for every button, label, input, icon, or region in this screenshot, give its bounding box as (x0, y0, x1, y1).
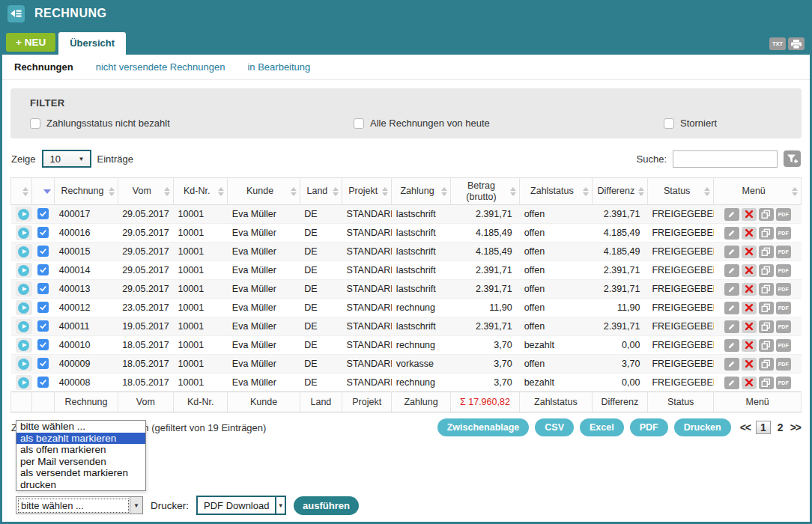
column-header[interactable]: Zahlung (392, 178, 450, 205)
expand-row-button[interactable] (16, 225, 32, 240)
edit-button[interactable] (724, 377, 739, 389)
back-to-list-button[interactable] (7, 5, 25, 22)
row-checkbox[interactable] (37, 264, 49, 275)
page-size-select[interactable]: 10 ▼ (42, 150, 91, 168)
expand-row-button[interactable] (16, 338, 32, 353)
print-icon[interactable] (788, 37, 805, 50)
filter-checkbox[interactable] (354, 118, 364, 129)
export-button[interactable]: CSV (535, 418, 574, 436)
copy-button[interactable] (759, 264, 774, 277)
search-input[interactable] (673, 150, 778, 168)
pagination-next-button[interactable]: >> (790, 421, 801, 433)
pagination-prev-button[interactable]: << (740, 421, 751, 433)
nav-tab[interactable]: Rechnungen (14, 61, 73, 73)
copy-button[interactable] (759, 358, 774, 371)
copy-button[interactable] (759, 283, 774, 296)
pdf-button[interactable]: PDF (776, 246, 791, 258)
pdf-button[interactable]: PDF (776, 227, 791, 240)
column-header[interactable]: Land (300, 178, 342, 205)
txt-export-icon[interactable]: TXT (769, 37, 786, 50)
column-header[interactable]: Status (647, 178, 713, 205)
dropdown-option[interactable]: als offen markieren (16, 444, 145, 456)
pdf-button[interactable]: PDF (776, 302, 791, 314)
pagination-page-button[interactable]: 2 (776, 421, 785, 433)
new-button[interactable]: + NEU (6, 33, 55, 52)
delete-button[interactable] (742, 246, 757, 258)
pdf-button[interactable]: PDF (776, 377, 791, 389)
delete-button[interactable] (742, 358, 757, 371)
pdf-button[interactable]: PDF (776, 208, 791, 221)
edit-button[interactable] (724, 283, 739, 296)
export-button[interactable]: Excel (580, 418, 624, 436)
expand-row-button[interactable] (16, 263, 32, 278)
nav-tab[interactable]: nicht versendete Rechnungen (96, 61, 225, 73)
dropdown-option[interactable]: bitte wählen ... (16, 421, 145, 433)
delete-button[interactable] (742, 339, 757, 352)
row-checkbox[interactable] (37, 246, 49, 257)
row-checkbox[interactable] (37, 302, 49, 313)
row-checkbox[interactable] (37, 377, 49, 388)
copy-button[interactable] (759, 339, 774, 352)
delete-button[interactable] (742, 208, 757, 221)
edit-button[interactable] (724, 208, 739, 221)
edit-button[interactable] (724, 339, 739, 352)
row-checkbox[interactable] (37, 283, 49, 294)
nav-tab[interactable]: in Bearbeitung (247, 61, 310, 73)
delete-button[interactable] (742, 302, 757, 314)
copy-button[interactable] (759, 377, 774, 389)
row-checkbox[interactable] (37, 227, 49, 238)
copy-button[interactable] (759, 320, 774, 333)
column-header[interactable]: Kd-Nr. (174, 178, 228, 205)
expand-row-button[interactable] (16, 375, 32, 390)
edit-button[interactable] (724, 227, 739, 240)
row-checkbox[interactable] (37, 339, 49, 350)
export-button[interactable]: Zwischenablage (437, 418, 530, 436)
pdf-button[interactable]: PDF (776, 358, 791, 371)
filter-funnel-icon[interactable] (784, 150, 801, 167)
dropdown-option[interactable]: per Mail versenden (16, 456, 145, 468)
expand-row-button[interactable] (16, 356, 32, 371)
expand-row-button[interactable] (16, 207, 32, 222)
dropdown-option[interactable]: als versendet markieren (16, 467, 145, 479)
edit-button[interactable] (724, 246, 739, 258)
delete-button[interactable] (742, 320, 757, 333)
delete-button[interactable] (742, 377, 757, 389)
column-header[interactable]: Betrag (brutto) (450, 178, 519, 205)
column-header[interactable]: Kunde (228, 178, 300, 205)
dropdown-option[interactable]: als bezahlt markieren (16, 433, 145, 445)
expand-row-button[interactable] (16, 319, 32, 334)
execute-button[interactable]: ausführen (294, 496, 359, 515)
row-checkbox[interactable] (37, 208, 49, 219)
pdf-button[interactable]: PDF (776, 339, 791, 352)
copy-button[interactable] (759, 227, 774, 240)
edit-button[interactable] (724, 302, 739, 314)
export-button[interactable]: Drucken (674, 418, 731, 436)
column-header[interactable]: Zahlstatus (520, 178, 592, 205)
column-header[interactable]: Vom (118, 178, 173, 205)
edit-button[interactable] (724, 264, 739, 277)
column-header[interactable]: Differenz (592, 178, 647, 205)
column-header[interactable] (32, 178, 55, 205)
bulk-action-select[interactable]: bitte wählen ... ▼ (16, 496, 143, 514)
edit-button[interactable] (724, 320, 739, 333)
delete-button[interactable] (742, 227, 757, 240)
dropdown-option[interactable]: drucken (16, 479, 145, 491)
edit-button[interactable] (724, 358, 739, 371)
filter-checkbox[interactable] (30, 118, 40, 129)
row-checkbox[interactable] (37, 320, 49, 332)
column-header[interactable]: Projekt (342, 178, 392, 205)
copy-button[interactable] (759, 246, 774, 258)
column-header[interactable] (11, 178, 32, 205)
delete-button[interactable] (742, 264, 757, 277)
tab-overview[interactable]: Übersicht (58, 32, 126, 55)
delete-button[interactable] (742, 283, 757, 296)
row-checkbox[interactable] (37, 358, 49, 369)
pdf-button[interactable]: PDF (776, 320, 791, 333)
pdf-button[interactable]: PDF (776, 264, 791, 277)
pagination-page-button[interactable]: 1 (756, 421, 771, 434)
export-button[interactable]: PDF (630, 418, 668, 436)
column-header[interactable]: Menü (714, 178, 802, 205)
expand-row-button[interactable] (16, 300, 32, 315)
pdf-button[interactable]: PDF (776, 283, 791, 296)
copy-button[interactable] (759, 208, 774, 221)
